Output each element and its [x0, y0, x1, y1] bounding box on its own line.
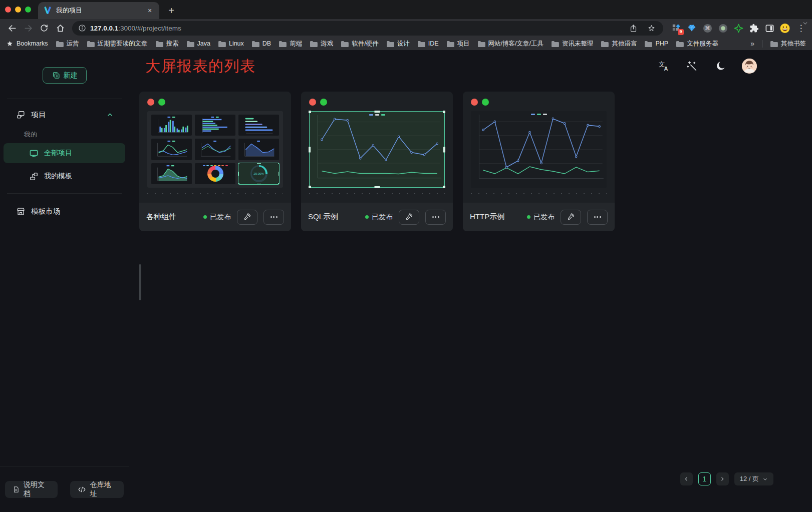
- bookmarks-divider: [762, 40, 762, 48]
- site-info-icon[interactable]: [78, 24, 86, 32]
- docs-label: 说明文档: [24, 480, 50, 498]
- sidebar-item-template-market[interactable]: 模板市场: [0, 201, 129, 222]
- home-icon[interactable]: [53, 21, 67, 35]
- more-options-button[interactable]: [587, 210, 608, 225]
- bookmark-folder[interactable]: Linux: [218, 40, 244, 47]
- new-project-label: 新建: [64, 71, 78, 80]
- sidebar-item-label: 我的模板: [44, 172, 72, 181]
- address-bar[interactable]: 127.0.0.1:3000/#/project/items: [72, 21, 663, 36]
- reload-icon[interactable]: [37, 21, 51, 35]
- sidebar-item-all-projects[interactable]: 全部项目: [4, 143, 125, 163]
- back-icon[interactable]: [5, 21, 19, 35]
- bookmark-folder[interactable]: 游戏: [310, 40, 333, 48]
- sidebar-item-my-templates[interactable]: 我的模板: [4, 166, 125, 186]
- bookmarks-root[interactable]: Bookmarks: [6, 40, 48, 48]
- window-minimize-button[interactable]: [15, 7, 21, 13]
- project-card[interactable]: SQL示例 已发布: [301, 92, 453, 231]
- bookmarks-bar: Bookmarks 运营 近期需要读的文章 搜索 Java Linux DB 前…: [0, 37, 812, 50]
- user-avatar[interactable]: [742, 59, 757, 74]
- card-traffic-dots: [309, 99, 445, 106]
- chevron-down-icon[interactable]: [802, 20, 808, 27]
- new-project-button[interactable]: 新建: [43, 67, 87, 84]
- bookmark-folder[interactable]: PHP: [644, 40, 668, 47]
- status-dot: [365, 215, 369, 219]
- more-options-button[interactable]: [425, 210, 446, 225]
- project-card[interactable]: HTTP示例 已发布: [463, 92, 615, 231]
- bookmarks-overflow-icon[interactable]: »: [750, 40, 754, 48]
- browser-tab[interactable]: 我的项目 ×: [38, 2, 159, 19]
- extension-record-icon[interactable]: [718, 23, 728, 33]
- sidebar-group-projects[interactable]: 项目: [0, 104, 129, 125]
- browser-tab-strip: 我的项目 × +: [0, 0, 812, 19]
- project-thumbnail: [471, 111, 607, 188]
- card-traffic-dots: [147, 99, 283, 106]
- mini-progress-ring-selected: 25.00%: [238, 163, 279, 184]
- bookmark-folder[interactable]: Java: [186, 40, 210, 47]
- bookmark-folder[interactable]: 文件服务器: [676, 40, 718, 48]
- bookmark-folder[interactable]: IDE: [417, 40, 439, 47]
- repo-label: 仓库地址: [90, 480, 116, 498]
- bookmark-folder[interactable]: 运营: [56, 40, 79, 48]
- side-panel-icon[interactable]: [764, 23, 774, 33]
- mini-donut-chart: [195, 163, 235, 184]
- next-page-button[interactable]: [716, 472, 729, 485]
- scrollbar-thumb[interactable]: [139, 264, 141, 300]
- mini-area-chart: [238, 139, 279, 160]
- edit-hammer-button[interactable]: [561, 210, 581, 225]
- extension-puzzle-icon[interactable]: [749, 23, 759, 33]
- repo-button[interactable]: 仓库地址: [70, 481, 124, 498]
- prev-page-button[interactable]: [680, 472, 693, 485]
- dotted-separator: [471, 193, 607, 194]
- language-icon[interactable]: 文A: [656, 59, 671, 74]
- bookmark-folder[interactable]: 其他语言: [601, 40, 637, 48]
- screens-icon: [16, 110, 26, 120]
- current-page[interactable]: 1: [698, 472, 711, 485]
- bookmark-folder[interactable]: 设计: [386, 40, 410, 48]
- bookmark-star-icon[interactable]: [644, 21, 658, 35]
- bookmark-folder[interactable]: 前端: [279, 40, 302, 48]
- extension-star-icon[interactable]: [733, 23, 743, 33]
- status-badge: 已发布: [527, 213, 555, 222]
- bookmark-folder[interactable]: 项目: [446, 40, 470, 48]
- copy-plus-icon: [52, 71, 60, 80]
- project-title: 各种组件: [146, 212, 197, 222]
- more-options-button[interactable]: [263, 210, 284, 225]
- new-tab-button[interactable]: +: [164, 4, 178, 18]
- card-footer: SQL示例 已发布: [301, 203, 453, 231]
- document-icon: [13, 485, 20, 493]
- window-controls: [0, 0, 38, 19]
- sidebar-divider: [7, 99, 122, 99]
- extension-blocks-icon[interactable]: 9: [671, 23, 681, 33]
- docs-button[interactable]: 说明文档: [5, 481, 58, 498]
- magic-wand-icon[interactable]: [685, 59, 700, 74]
- window-zoom-button[interactable]: [25, 7, 31, 13]
- card-footer: HTTP示例 已发布: [463, 203, 615, 231]
- bookmark-folder[interactable]: 网站/博客/文章/工具: [477, 40, 544, 48]
- window-close-button[interactable]: [5, 7, 11, 13]
- chevron-up-icon[interactable]: [106, 111, 114, 119]
- profile-smiley-icon[interactable]: [780, 23, 790, 33]
- bookmark-folder[interactable]: 近期需要读的文章: [87, 40, 148, 48]
- sidebar: 新建 项目 我的 全部项目 我的模板 模板市场 说明文档: [0, 50, 129, 512]
- sidebar-footer: 说明文档 仓库地址: [0, 466, 129, 512]
- bookmark-folder[interactable]: 软件/硬件: [341, 40, 378, 48]
- page-size-select[interactable]: 12 / 页: [734, 472, 773, 485]
- share-icon[interactable]: [626, 21, 640, 35]
- forward-icon[interactable]: [21, 21, 35, 35]
- progress-value: 25.00%: [250, 165, 267, 182]
- bookmark-folder[interactable]: 搜索: [155, 40, 179, 48]
- edit-hammer-button[interactable]: [237, 210, 257, 225]
- other-bookmarks[interactable]: 其他书签: [770, 40, 806, 48]
- mini-hbar-chart: [195, 115, 235, 136]
- bookmark-folder[interactable]: DB: [251, 40, 271, 47]
- header-actions: 文A: [656, 59, 812, 74]
- dark-mode-moon-icon[interactable]: [713, 59, 728, 74]
- project-card[interactable]: 25.00% 各种组件 已发布: [139, 92, 291, 231]
- bookmark-folder[interactable]: 资讯未整理: [551, 40, 594, 48]
- line-chart: [471, 111, 607, 188]
- edit-hammer-button[interactable]: [399, 210, 419, 225]
- extension-command-icon[interactable]: ⌘: [702, 23, 712, 33]
- tab-close-icon[interactable]: ×: [145, 6, 154, 15]
- extensions-row: 9 ⌘: [668, 23, 793, 33]
- extension-gem-icon[interactable]: [687, 23, 697, 33]
